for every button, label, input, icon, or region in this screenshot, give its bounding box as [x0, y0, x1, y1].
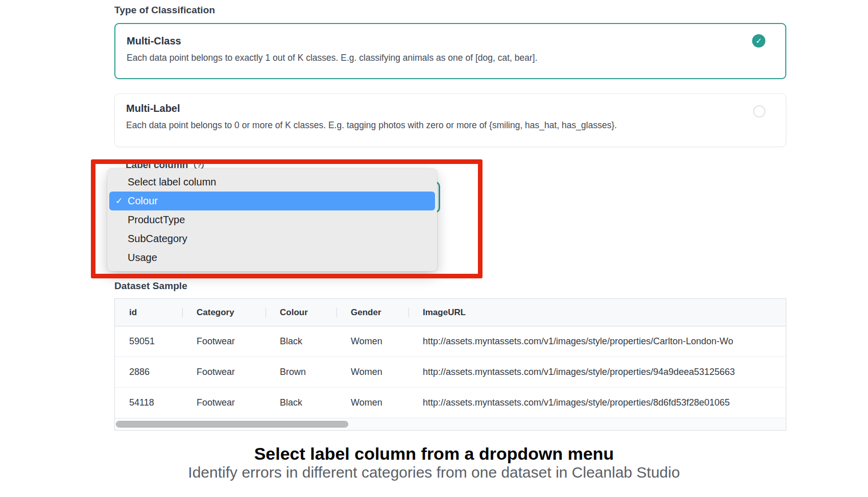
cell-colour: Brown	[266, 367, 336, 377]
cell-id: 54118	[115, 397, 182, 408]
selected-check-icon: ✓	[115, 196, 123, 206]
option-card-multi-class[interactable]: Multi-Class Each data point belongs to e…	[114, 23, 786, 79]
cell-category: Footwear	[182, 336, 266, 347]
column-header-imageurl: ImageURL	[408, 299, 786, 326]
option-title: Multi-Label	[126, 103, 180, 114]
dropdown-item-usage[interactable]: Usage	[107, 248, 437, 267]
cell-imageurl: http://assets.myntassets.com/v1/images/s…	[408, 397, 786, 408]
column-header-gender: Gender	[336, 299, 408, 326]
dropdown-item-producttype[interactable]: ProductType	[107, 210, 437, 229]
dropdown-item-label: Colour	[128, 195, 158, 207]
dropdown-item-label: Select label column	[128, 176, 216, 188]
column-header-colour: Colour	[266, 299, 336, 326]
table-header-row: id Category Colour Gender ImageURL	[115, 299, 786, 326]
check-glyph: ✓	[756, 36, 762, 45]
table-row: 54118 Footwear Black Women http://assets…	[115, 388, 786, 418]
option-card-multi-label[interactable]: Multi-Label Each data point belongs to 0…	[114, 93, 786, 147]
cell-colour: Black	[266, 336, 336, 347]
dropdown-item-subcategory[interactable]: SubCategory	[107, 229, 437, 248]
column-header-category: Category	[182, 299, 266, 326]
cell-colour: Black	[266, 397, 336, 408]
cell-category: Footwear	[182, 397, 266, 408]
dropdown-item-label: Usage	[128, 252, 157, 264]
dataset-sample-heading: Dataset Sample	[114, 280, 187, 292]
table-row: 2886 Footwear Brown Women http://assets.…	[115, 357, 786, 388]
classification-heading: Type of Classification	[114, 5, 215, 16]
dropdown-item-label: ProductType	[128, 214, 185, 226]
horizontal-scrollbar-thumb[interactable]	[116, 421, 348, 428]
horizontal-scrollbar-track[interactable]	[115, 418, 786, 430]
cell-gender: Women	[336, 367, 408, 377]
cell-imageurl: http://assets.myntassets.com/v1/images/s…	[408, 367, 786, 377]
cell-category: Footwear	[182, 367, 266, 377]
dropdown-item-label: SubCategory	[128, 233, 187, 245]
dataset-sample-table: id Category Colour Gender ImageURL 59051…	[114, 298, 786, 431]
caption-title: Select label column from a dropdown menu	[0, 444, 868, 464]
question-glyph: ?	[197, 161, 201, 169]
dropdown-item-placeholder[interactable]: Select label column	[107, 173, 437, 192]
option-title: Multi-Class	[127, 35, 181, 47]
cell-id: 59051	[115, 336, 182, 347]
table-row: 59051 Footwear Black Women http://assets…	[115, 326, 786, 357]
option-description: Each data point belongs to exactly 1 out…	[127, 53, 538, 63]
label-column-dropdown-menu: Select label column ✓ Colour ProductType…	[107, 169, 437, 271]
check-circle-icon: ✓	[752, 34, 765, 48]
caption-subtitle: Identify errors in different categories …	[0, 464, 868, 481]
cell-imageurl: http://assets.myntassets.com/v1/images/s…	[408, 336, 786, 347]
radio-unselected-icon	[753, 105, 765, 117]
dropdown-item-colour[interactable]: ✓ Colour	[109, 192, 435, 210]
cell-gender: Women	[336, 397, 408, 408]
cell-id: 2886	[115, 367, 182, 377]
option-description: Each data point belongs to 0 or more of …	[126, 120, 617, 131]
cell-gender: Women	[336, 336, 408, 347]
column-header-id: id	[115, 299, 182, 326]
